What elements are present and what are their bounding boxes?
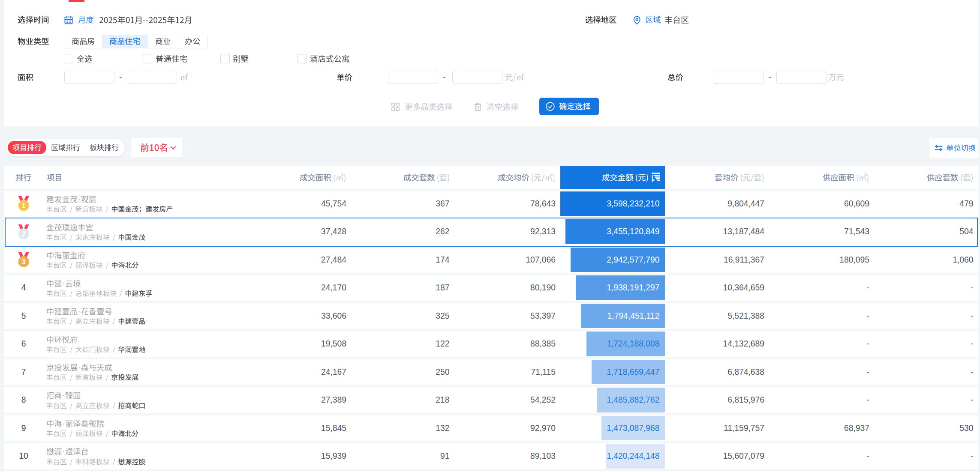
svg-text:1: 1 — [21, 202, 25, 210]
svg-text:2: 2 — [21, 230, 25, 238]
svg-text:3: 3 — [21, 258, 25, 266]
